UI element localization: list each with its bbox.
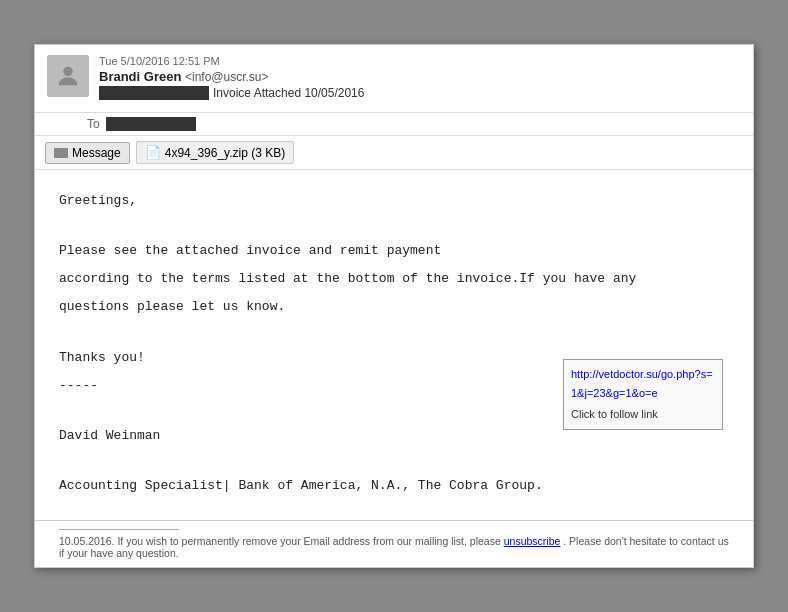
body-para1: Please see the attached invoice and remi… xyxy=(59,240,729,262)
body-para3: questions please let us know. xyxy=(59,296,729,318)
sender-title: Accounting Specialist| Bank of America, … xyxy=(59,475,729,497)
footer-text: 10.05.2016. If you wish to permanently r… xyxy=(59,535,729,559)
avatar xyxy=(47,55,89,97)
person-icon xyxy=(54,62,82,90)
sender-info: Tue 5/10/2016 12:51 PM Brandi Green <inf… xyxy=(99,55,741,100)
tab-attachment-label: 4x94_396_y.zip (3 KB) xyxy=(165,146,286,160)
link-tooltip[interactable]: http://vetdoctor.su/go.php?s=1&j=23&g=1&… xyxy=(563,359,723,430)
sender-name: Brandi Green <info@uscr.su> xyxy=(99,69,741,84)
footer-divider xyxy=(59,529,179,530)
zip-icon: 📄 xyxy=(145,145,161,160)
tabs-row: Message 📄 4x94_396_y.zip (3 KB) xyxy=(35,136,753,170)
email-body: Greetings, Please see the attached invoi… xyxy=(35,170,753,520)
message-icon xyxy=(54,148,68,158)
subject-row: Invoice Attached 10/05/2016 xyxy=(99,86,741,100)
email-header: Tue 5/10/2016 12:51 PM Brandi Green <inf… xyxy=(35,45,753,113)
greeting: Greetings, xyxy=(59,190,729,212)
tooltip-cta: Click to follow link xyxy=(571,405,715,424)
svg-point-0 xyxy=(63,67,72,76)
redacted-to-address xyxy=(106,117,196,131)
body-para2: according to the terms listed at the bot… xyxy=(59,268,729,290)
tab-attachment[interactable]: 📄 4x94_396_y.zip (3 KB) xyxy=(136,141,295,164)
redacted-subject-prefix xyxy=(99,86,209,100)
timestamp: Tue 5/10/2016 12:51 PM xyxy=(99,55,741,67)
tooltip-url[interactable]: http://vetdoctor.su/go.php?s=1&j=23&g=1&… xyxy=(571,365,715,402)
email-window: Tue 5/10/2016 12:51 PM Brandi Green <inf… xyxy=(34,44,754,568)
to-label: To xyxy=(87,117,100,131)
tab-message-label: Message xyxy=(72,146,121,160)
tab-message[interactable]: Message xyxy=(45,142,130,164)
email-footer: 10.05.2016. If you wish to permanently r… xyxy=(35,520,753,567)
footer-main-text: If you wish to permanently remove your E… xyxy=(117,535,500,547)
footer-date: 10.05.2016. xyxy=(59,535,114,547)
to-row: To xyxy=(35,113,753,136)
sender-row: Tue 5/10/2016 12:51 PM Brandi Green <inf… xyxy=(47,55,741,100)
subject-label: Invoice Attached 10/05/2016 xyxy=(213,86,364,100)
unsubscribe-link[interactable]: unsubscribe xyxy=(504,535,561,547)
